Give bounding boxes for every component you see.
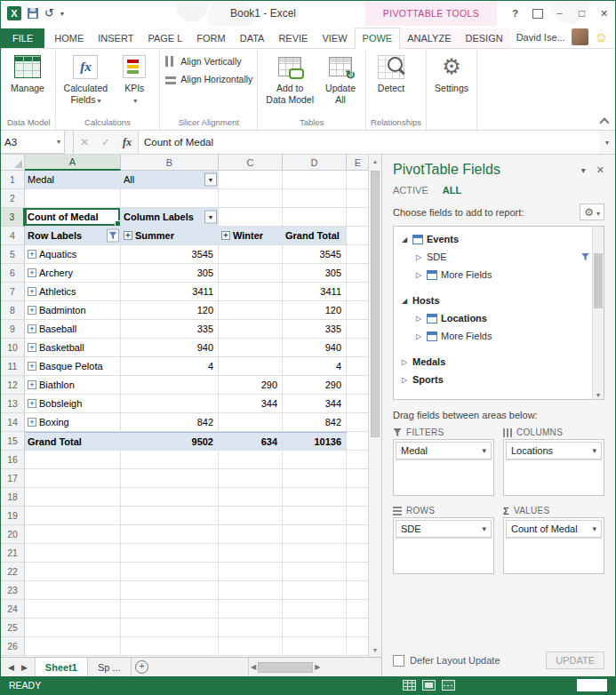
scroll-left-icon[interactable]: [251, 663, 256, 671]
cancel-icon[interactable]: [74, 131, 95, 154]
cell-D5[interactable]: 3545: [283, 245, 347, 264]
expand-icon[interactable]: +: [28, 343, 36, 352]
cell-D3[interactable]: [283, 208, 347, 227]
cell-D7[interactable]: 3411: [283, 283, 347, 301]
cell-A1[interactable]: Medal: [25, 171, 121, 189]
cell-D12[interactable]: 290: [283, 376, 347, 395]
zoom-display[interactable]: [577, 679, 607, 691]
row-header-8[interactable]: 8: [1, 301, 25, 320]
cell-A23[interactable]: [25, 581, 121, 600]
cell-C1[interactable]: [219, 171, 283, 189]
row-header-4[interactable]: 4: [1, 227, 25, 245]
help-icon[interactable]: [504, 1, 526, 26]
cell-B1[interactable]: All: [121, 171, 219, 189]
cell-C7[interactable]: [219, 283, 283, 301]
cell-B21[interactable]: [121, 544, 219, 563]
cell-D13[interactable]: 344: [283, 395, 347, 413]
cell-C2[interactable]: [219, 189, 283, 208]
page-break-view-icon[interactable]: [442, 680, 455, 691]
cell-C16[interactable]: [219, 451, 283, 469]
add-to-data-model-button[interactable]: Add toData Model: [262, 51, 317, 111]
cell-B22[interactable]: [121, 563, 219, 581]
cell-C17[interactable]: [219, 469, 283, 488]
cell-D17[interactable]: [283, 469, 347, 488]
row-header-9[interactable]: 9: [1, 320, 25, 339]
cell-C19[interactable]: [219, 507, 283, 525]
cell-A2[interactable]: [25, 189, 121, 208]
cell-A21[interactable]: [25, 544, 121, 563]
cell-B4[interactable]: +Summer: [121, 227, 219, 245]
cell-D6[interactable]: 305: [283, 264, 347, 283]
cell-C26[interactable]: [219, 637, 283, 656]
sheet-nav-right-icon[interactable]: ▶: [21, 663, 28, 672]
cell-D11[interactable]: 4: [283, 357, 347, 376]
cell-A22[interactable]: [25, 563, 121, 581]
ribbon-tab-view[interactable]: VIEW: [315, 28, 354, 48]
cell-C9[interactable]: [219, 320, 283, 339]
field-item-more-fields[interactable]: ▷More Fields: [398, 327, 589, 345]
area-field-medal[interactable]: Medal: [396, 442, 492, 459]
area-columns-box[interactable]: Locations: [503, 439, 604, 496]
row-header-15[interactable]: 15: [1, 432, 25, 451]
expand-triangle-icon[interactable]: ▷: [414, 271, 423, 279]
cell-E11[interactable]: [347, 357, 370, 376]
cell-C4[interactable]: +Winter: [219, 227, 283, 245]
cell-B26[interactable]: [121, 637, 219, 656]
feedback-smiley-icon[interactable]: [595, 31, 608, 44]
row-header-11[interactable]: 11: [1, 357, 25, 376]
cell-A6[interactable]: +Archery: [25, 264, 121, 283]
field-item-sports[interactable]: ▷Sports: [398, 371, 589, 388]
name-box[interactable]: A3: [1, 131, 65, 154]
defer-layout-checkbox[interactable]: [393, 655, 404, 667]
row-header-6[interactable]: 6: [1, 264, 25, 283]
row-header-22[interactable]: 22: [1, 563, 25, 581]
row-header-3[interactable]: 3: [1, 208, 25, 227]
cell-D9[interactable]: 335: [283, 320, 347, 339]
row-header-16[interactable]: 16: [1, 451, 25, 469]
cell-B25[interactable]: [121, 619, 219, 637]
ribbon-tab-powe[interactable]: POWE: [355, 28, 401, 49]
area-rows-box[interactable]: SDE: [393, 517, 494, 574]
cell-D22[interactable]: [283, 563, 347, 581]
manage-button[interactable]: Manage: [7, 51, 48, 111]
column-header-c[interactable]: C: [219, 155, 283, 171]
cell-E14[interactable]: [347, 413, 370, 432]
expand-icon[interactable]: +: [28, 324, 36, 333]
cell-A20[interactable]: [25, 525, 121, 544]
cell-A17[interactable]: [25, 469, 121, 488]
cell-A11[interactable]: +Basque Pelota: [25, 357, 121, 376]
detect-button[interactable]: Detect: [371, 51, 412, 111]
cell-E15[interactable]: [347, 432, 370, 451]
cell-C18[interactable]: [219, 488, 283, 507]
cell-C12[interactable]: 290: [219, 376, 283, 395]
field-item-locations[interactable]: ▷Locations: [398, 309, 589, 327]
cell-E21[interactable]: [347, 544, 370, 563]
expand-icon[interactable]: +: [28, 399, 36, 408]
field-item-sde[interactable]: ▷SDE: [398, 248, 589, 266]
formula-bar-expand-icon[interactable]: [599, 131, 615, 154]
row-header-21[interactable]: 21: [1, 544, 25, 563]
settings-button[interactable]: Settings: [431, 51, 472, 111]
expand-icon[interactable]: +: [28, 250, 36, 259]
cell-E1[interactable]: [347, 171, 370, 189]
cell-A8[interactable]: +Badminton: [25, 301, 121, 320]
area-values-box[interactable]: Count of Medal: [503, 517, 604, 574]
page-layout-view-icon[interactable]: [422, 680, 436, 691]
cell-D14[interactable]: 842: [283, 413, 347, 432]
collapse-ribbon-icon[interactable]: [600, 116, 609, 125]
cell-A14[interactable]: +Boxing: [25, 413, 121, 432]
save-icon[interactable]: [28, 8, 38, 19]
expand-triangle-icon[interactable]: ▷: [400, 358, 409, 366]
row-header-5[interactable]: 5: [1, 245, 25, 264]
column-header-e[interactable]: E: [347, 155, 370, 171]
cell-E23[interactable]: [347, 581, 370, 600]
minimize-icon[interactable]: [548, 1, 571, 26]
cell-A18[interactable]: [25, 488, 121, 507]
row-header-17[interactable]: 17: [1, 469, 25, 488]
cell-B18[interactable]: [121, 488, 219, 507]
cell-D19[interactable]: [283, 507, 347, 525]
expand-icon[interactable]: +: [221, 231, 230, 240]
customize-qat-icon[interactable]: [60, 10, 64, 18]
cell-B11[interactable]: 4: [121, 357, 219, 376]
row-header-14[interactable]: 14: [1, 413, 25, 432]
